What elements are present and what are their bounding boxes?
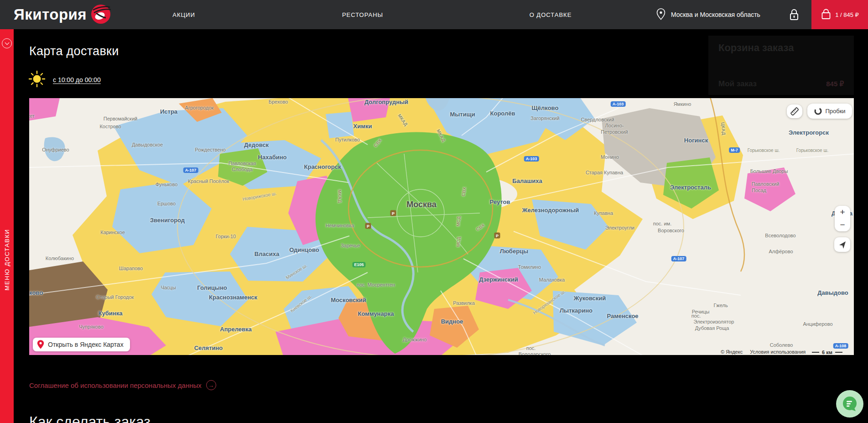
cart-panel-title: Корзина заказа (718, 42, 844, 54)
scale-segment (812, 352, 819, 353)
region-label: Москва и Московская область (671, 11, 760, 18)
nav-item-promotions[interactable]: АКЦИИ (172, 0, 195, 29)
chevron-icon (5, 41, 9, 45)
traffic-icon (814, 107, 822, 115)
nav-item-restaurants[interactable]: РЕСТОРАНЫ (342, 0, 383, 29)
geolocation-button[interactable] (834, 237, 850, 252)
zoom-in-button[interactable]: + (835, 206, 850, 219)
cart-bag-icon (821, 8, 832, 21)
working-hours-link[interactable]: с 10:00 до 00:00 (53, 76, 101, 84)
chat-widget-button[interactable] (836, 390, 863, 418)
terms-of-use-link[interactable]: Условия использования (750, 349, 806, 355)
lock-button[interactable] (787, 0, 801, 29)
brand-logo[interactable]: Якитория (14, 0, 111, 29)
cart-total-label: 1 / 845 ₽ (835, 11, 859, 18)
lock-icon (789, 8, 800, 21)
sidebar-label: МЕНЮ ДОСТАВКИ (4, 229, 10, 291)
yandex-copyright-link[interactable]: © Яндекс (721, 349, 743, 355)
arrow-right-icon: → (206, 380, 216, 390)
sidebar-expand-button[interactable] (2, 38, 12, 48)
brand-logo-icon (90, 3, 111, 26)
chat-icon (836, 390, 863, 418)
personal-data-agreement-link[interactable]: Соглашение об использовании персональных… (29, 380, 216, 390)
region-selector[interactable]: Москва и Московская область (655, 0, 760, 29)
nav-item-delivery-info[interactable]: О ДОСТАВКЕ (530, 0, 572, 29)
open-in-yandex-maps-button[interactable]: Открыть в Яндекс Картах (33, 338, 130, 351)
brand-logo-text: Якитория (14, 6, 87, 23)
yandex-pin-icon (36, 339, 45, 350)
zoom-out-button[interactable]: − (835, 219, 850, 231)
working-hours-row: с 10:00 до 00:00 (27, 69, 101, 90)
order-label: Мой заказ (718, 79, 757, 89)
order-total: 845 ₽ (826, 80, 844, 88)
how-to-order-title: Как сделать заказ (29, 413, 151, 423)
cart-order-row: Мой заказ 845 ₽ (718, 79, 844, 89)
agreement-label: Соглашение об использовании персональных… (29, 381, 202, 389)
sun-icon (27, 69, 47, 90)
delivery-menu-sidebar[interactable]: МЕНЮ ДОСТАВКИ (0, 29, 14, 423)
map-attribution: © Яндекс Условия использования (721, 349, 806, 355)
traffic-label: Пробки (825, 108, 845, 115)
geolocation-arrow-icon (838, 240, 847, 249)
cart-dropdown-panel: Корзина заказа Мой заказ 845 ₽ (708, 36, 854, 95)
scale-segment (835, 352, 842, 353)
page-title: Карта доставки (29, 44, 119, 58)
traffic-toggle-button[interactable]: Пробки (807, 104, 852, 119)
scale-label: 6 км (822, 350, 832, 355)
ruler-tool-button[interactable] (787, 104, 802, 118)
delivery-zones-canvas (29, 98, 854, 355)
cart-button[interactable]: 1 / 845 ₽ (811, 0, 868, 29)
ruler-icon (789, 106, 800, 117)
location-pin-icon (655, 8, 666, 22)
zoom-control: + − (835, 206, 850, 231)
top-nav-bar: Якитория АКЦИИ РЕСТОРАНЫ О ДОСТАВКЕ Моск… (0, 0, 868, 29)
open-in-yandex-maps-label: Открыть в Яндекс Картах (48, 341, 124, 348)
delivery-map[interactable]: МоскваХимкиМытищиКоролёвЩёлковоДолгопруд… (29, 98, 854, 355)
map-scale-bar: 6 км (812, 350, 842, 355)
